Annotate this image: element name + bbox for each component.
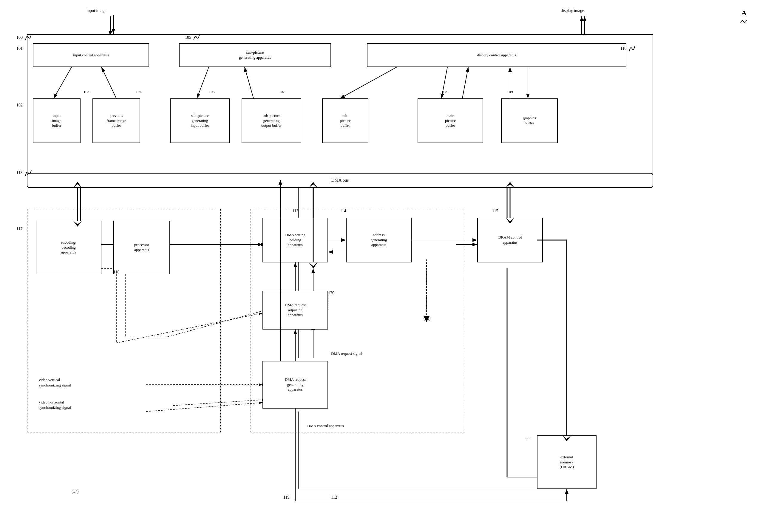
ref-110: 110 xyxy=(621,46,626,51)
ref-108: 108 xyxy=(441,89,447,94)
dma-request-gen-box: DMA requestgeneratingapparatus xyxy=(262,361,328,408)
dma-control-apparatus-label: DMA control apparatus xyxy=(307,424,344,428)
sub-picture-gen-label: sub-picturegenerating apparatus xyxy=(239,50,271,60)
encoding-decoding-box: encoding/decodingapparatus xyxy=(36,221,102,274)
sub-gen-input-buffer-box: sub-picturegeneratinginput buffer xyxy=(170,99,230,143)
prev-frame-buffer-box: previousframe imagebuffer xyxy=(92,99,140,143)
graphics-buffer-box: graphicsbuffer xyxy=(501,99,558,143)
address-gen-label: addressgeneratingapparatus xyxy=(371,233,387,248)
ref-107: 107 xyxy=(279,89,285,94)
corner-a-label: A xyxy=(742,9,746,17)
ref-109: 109 xyxy=(507,89,513,94)
input-control-box: input control apparatus xyxy=(33,43,149,67)
video-vertical-label: video verticalsynchronizing signal xyxy=(39,377,71,388)
prev-frame-buffer-label: previousframe imagebuffer xyxy=(106,113,126,129)
ref-101: 101 xyxy=(16,46,23,51)
ref-114: 114 xyxy=(340,209,346,214)
ref-115: 115 xyxy=(492,209,498,214)
sub-picture-buffer-label: sub-picturebuffer xyxy=(340,113,350,129)
sub-gen-output-buffer-box: sub-picturegeneratingoutput buffer xyxy=(242,99,301,143)
processor-label: processorapparatus xyxy=(134,243,149,252)
main-picture-buffer-label: mainpicturebuffer xyxy=(445,113,456,129)
ref-17: (17) xyxy=(72,489,78,494)
ref-13: (13) xyxy=(424,316,430,321)
graphics-buffer-label: graphicsbuffer xyxy=(523,116,536,126)
display-control-label: display control apparatus xyxy=(477,53,516,58)
dma-bus-box: DMA bus xyxy=(27,173,653,188)
ref-119: 119 xyxy=(283,495,289,500)
ref-118: 118 xyxy=(16,170,22,175)
dma-setting-label: DMA settingholdingapparatus xyxy=(285,233,305,248)
ref-102: 102 xyxy=(16,103,23,108)
dma-bus-label: DMA bus xyxy=(331,177,349,183)
ref-100: 100 xyxy=(16,35,23,40)
ref-116: 116 xyxy=(113,270,119,275)
input-image-buffer-label: inputimagebuffer xyxy=(52,113,61,129)
display-image-label: display image xyxy=(561,8,584,13)
video-horizontal-label: video horizontalsynchronizing signal xyxy=(39,399,71,410)
ref-112: 112 xyxy=(331,495,337,500)
input-control-label: input control apparatus xyxy=(73,53,109,58)
ref-113: 113 xyxy=(292,209,298,214)
ref-103: 103 xyxy=(83,89,89,94)
ref-120: 120 xyxy=(328,291,334,296)
dram-control-box: DRAM controlapparatus xyxy=(477,218,543,262)
ref-105: 105 xyxy=(185,35,191,40)
main-picture-buffer-box: mainpicturebuffer xyxy=(418,99,483,143)
display-control-box: display control apparatus xyxy=(367,43,626,67)
dma-request-signal-label: DMA request signal xyxy=(331,351,362,356)
input-image-label: input image xyxy=(86,8,106,13)
ref-104: 104 xyxy=(136,89,142,94)
sub-picture-gen-box: sub-picturegenerating apparatus xyxy=(179,43,331,67)
sub-gen-input-buffer-label: sub-picturegeneratinginput buffer xyxy=(191,113,209,129)
sub-picture-buffer-box: sub-picturebuffer xyxy=(322,99,368,143)
processor-box: processorapparatus xyxy=(113,221,170,274)
ref-106: 106 xyxy=(209,89,215,94)
external-memory-box: externalmemory(DRAM) xyxy=(537,435,596,489)
address-gen-box: addressgeneratingapparatus xyxy=(346,218,411,262)
ref-117: 117 xyxy=(16,227,22,231)
ref-111: 111 xyxy=(525,438,531,443)
dma-request-adj-label: DMA requestadjustingapparatus xyxy=(285,303,306,318)
input-image-buffer-box: inputimagebuffer xyxy=(33,99,80,143)
external-memory-label: externalmemory(DRAM) xyxy=(560,455,574,470)
dram-control-label: DRAM controlapparatus xyxy=(498,235,522,245)
encoding-decoding-label: encoding/decodingapparatus xyxy=(61,240,76,255)
dma-request-adj-box: DMA requestadjustingapparatus xyxy=(262,291,328,330)
dma-setting-box: DMA settingholdingapparatus xyxy=(262,218,328,262)
sub-gen-output-buffer-label: sub-picturegeneratingoutput buffer xyxy=(261,113,282,129)
dma-request-gen-label: DMA requestgeneratingapparatus xyxy=(285,377,306,393)
